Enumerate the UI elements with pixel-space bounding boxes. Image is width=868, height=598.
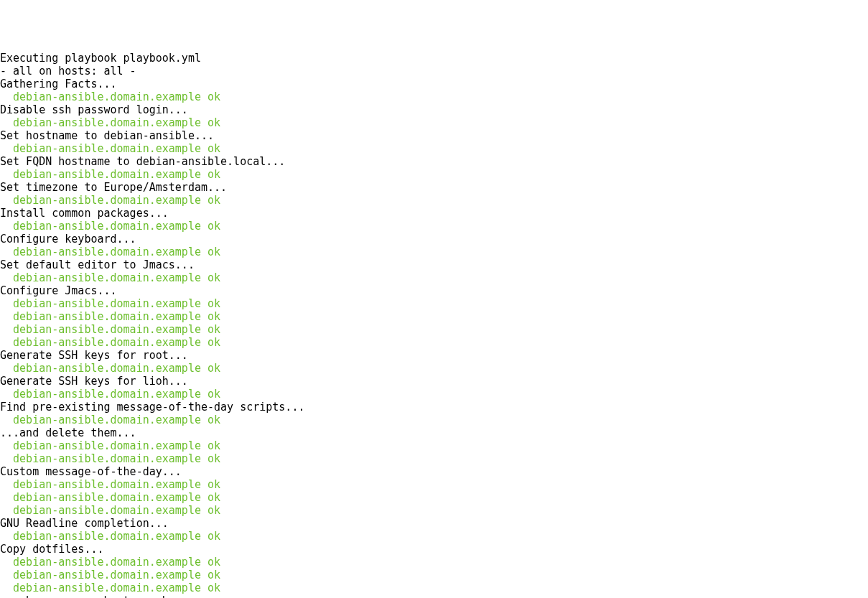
host-result: debian-ansible.domain.example ok bbox=[0, 168, 868, 181]
host-result: debian-ansible.domain.example ok bbox=[0, 556, 868, 569]
host-result: debian-ansible.domain.example ok bbox=[0, 439, 868, 452]
task-label: ...and delete them... bbox=[0, 426, 868, 439]
task-label: Generate SSH keys for root... bbox=[0, 349, 868, 362]
task-label: Find pre-existing message-of-the-day scr… bbox=[0, 401, 868, 414]
host-result: debian-ansible.domain.example ok bbox=[0, 478, 868, 491]
host-result: debian-ansible.domain.example ok bbox=[0, 388, 868, 401]
task-label: Gathering Facts... bbox=[0, 78, 868, 90]
host-result: debian-ansible.domain.example ok bbox=[0, 414, 868, 426]
host-result: debian-ansible.domain.example ok bbox=[0, 569, 868, 581]
host-result: debian-ansible.domain.example ok bbox=[0, 246, 868, 258]
host-result: debian-ansible.domain.example ok bbox=[0, 336, 868, 349]
task-label: Set timezone to Europe/Amsterdam... bbox=[0, 181, 868, 194]
host-result: debian-ansible.domain.example ok bbox=[0, 116, 868, 129]
playbook-title: Executing playbook playbook.yml bbox=[0, 52, 868, 65]
host-result: debian-ansible.domain.example ok bbox=[0, 297, 868, 310]
host-result: debian-ansible.domain.example ok bbox=[0, 323, 868, 336]
task-label: Generate SSH keys for lioh... bbox=[0, 375, 868, 388]
task-label: Configure keyboard... bbox=[0, 233, 868, 246]
host-result: debian-ansible.domain.example ok bbox=[0, 220, 868, 233]
host-result: debian-ansible.domain.example ok bbox=[0, 491, 868, 504]
host-result: debian-ansible.domain.example ok bbox=[0, 194, 868, 207]
host-result: debian-ansible.domain.example ok bbox=[0, 310, 868, 323]
task-label: Install common packages... bbox=[0, 207, 868, 220]
task-label: Disable ssh password login... bbox=[0, 103, 868, 116]
play-header: - webservers on hosts: webservers - bbox=[0, 594, 868, 598]
host-result: debian-ansible.domain.example ok bbox=[0, 271, 868, 284]
host-result: debian-ansible.domain.example ok bbox=[0, 504, 868, 517]
task-label: Configure Jmacs... bbox=[0, 284, 868, 297]
task-label: Copy dotfiles... bbox=[0, 543, 868, 556]
task-label: Set FQDN hostname to debian-ansible.loca… bbox=[0, 155, 868, 168]
host-result: debian-ansible.domain.example ok bbox=[0, 142, 868, 155]
host-result: debian-ansible.domain.example ok bbox=[0, 362, 868, 375]
terminal-output: Executing playbook playbook.yml- all on … bbox=[0, 52, 868, 598]
host-result: debian-ansible.domain.example ok bbox=[0, 452, 868, 465]
host-result: debian-ansible.domain.example ok bbox=[0, 90, 868, 103]
task-label: Set hostname to debian-ansible... bbox=[0, 129, 868, 142]
play-header: - all on hosts: all - bbox=[0, 65, 868, 78]
host-result: debian-ansible.domain.example ok bbox=[0, 581, 868, 594]
host-result: debian-ansible.domain.example ok bbox=[0, 530, 868, 543]
task-label: Custom message-of-the-day... bbox=[0, 465, 868, 478]
task-label: Set default editor to Jmacs... bbox=[0, 258, 868, 271]
task-label: GNU Readline completion... bbox=[0, 517, 868, 530]
